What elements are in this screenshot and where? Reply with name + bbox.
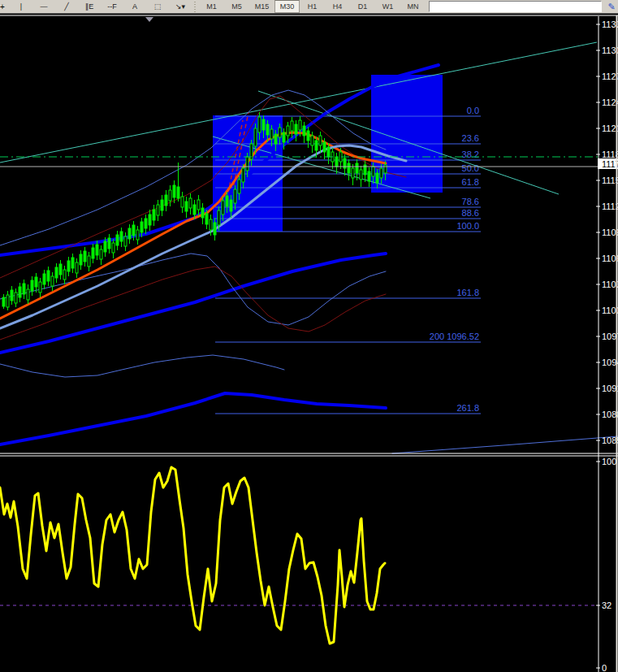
oscillator-scale-label: 0 [602, 663, 607, 672]
candle-body [112, 243, 115, 253]
ascending-trendline[interactable] [0, 42, 597, 163]
timeframe-M15-button[interactable]: M15 [249, 0, 274, 13]
candle-body [132, 225, 135, 236]
edit-pencil-icon[interactable]: ✎ [605, 1, 618, 12]
timeframe-M30-button[interactable]: M30 [274, 0, 300, 13]
candle-body [39, 282, 41, 293]
oscillator-scale-label: 32 [602, 600, 612, 610]
timeframe-group: M1M5M15M30H1H4D1W1MN [199, 0, 426, 13]
price-label: 1133 [602, 20, 618, 29]
candle-body [214, 223, 216, 235]
drawing-tools-group: |—╱∥E--FA⬚↘▾ [10, 0, 192, 13]
candle-body [262, 119, 265, 130]
candle-body [169, 190, 171, 201]
candle-body [210, 219, 212, 230]
price-label: 1088 [602, 410, 618, 419]
candle-body [348, 163, 350, 173]
fib-label: 161.8 [456, 288, 479, 297]
oscillator-panel[interactable] [0, 467, 599, 644]
candle-body [161, 200, 163, 210]
tool-rectangle-button[interactable]: ⬚ [146, 0, 169, 13]
candle-body [59, 264, 62, 275]
candle-body [230, 200, 232, 211]
candle-body [84, 251, 86, 262]
envelope-upper [0, 96, 406, 278]
tool-horizontal-line-button[interactable]: — [32, 0, 55, 13]
tool-trendline-button[interactable]: ╱ [55, 0, 78, 13]
candle-body [246, 157, 248, 171]
candle-body [234, 189, 236, 203]
price-label: 1118 [602, 150, 618, 159]
toolbar-blank-field[interactable] [429, 1, 602, 12]
candle-body [295, 124, 297, 134]
fib-label: 88.6 [462, 208, 479, 218]
candle-body [96, 245, 98, 255]
fib-label: 0.0 [467, 106, 479, 115]
timeframe-M1-button[interactable]: M1 [199, 0, 224, 13]
candle-body [352, 168, 354, 178]
candle-body [153, 210, 155, 220]
timeframe-M5-button[interactable]: M5 [224, 0, 249, 13]
tool-equidistant-channel-button[interactable]: ∥E [78, 0, 101, 13]
candle-body [327, 147, 330, 157]
candle-body [368, 171, 370, 181]
candle-body [55, 267, 58, 278]
candle-body [67, 261, 70, 271]
candle-body [2, 297, 5, 306]
timeframe-H4-button[interactable]: H4 [325, 0, 350, 13]
candle-body [270, 129, 273, 139]
oscillator-line [0, 467, 385, 644]
candle-body [157, 205, 159, 215]
candle-body [116, 235, 119, 245]
candle-body [27, 289, 29, 300]
timeframe-H1-button[interactable]: H1 [300, 0, 325, 13]
candle-body [201, 208, 204, 218]
price-label: 1100 [602, 306, 618, 315]
chart-canvas[interactable]: 0.023.638.250.061.878.688.6100.0161.8200… [0, 0, 618, 672]
candlesticks [2, 112, 387, 310]
bottom-right-diagonal [392, 436, 618, 453]
tool-arrows-button[interactable]: ↘▾ [169, 0, 192, 13]
candle-body [274, 134, 277, 144]
fib-label: 61.8 [462, 177, 479, 187]
candle-body [165, 195, 167, 206]
candle-body [6, 295, 9, 307]
candle-body [76, 262, 78, 273]
candle-body [380, 168, 382, 178]
candle-body [242, 168, 244, 182]
candle-body [258, 117, 261, 132]
timeframe-W1-button[interactable]: W1 [375, 0, 400, 13]
candle-body [149, 215, 151, 225]
candle-body [185, 202, 188, 211]
tool-text-button[interactable]: A [123, 0, 146, 13]
tool-fibonacci-retracement-button[interactable]: --F [101, 0, 123, 13]
candle-body [376, 173, 378, 183]
candle-body [35, 277, 37, 287]
candle-body [108, 238, 110, 249]
price-label: 1124 [602, 98, 618, 107]
candle-body [222, 201, 224, 215]
price-label: 1121 [602, 124, 618, 133]
candle-body [43, 274, 45, 284]
current-price-label: 1117 [602, 159, 618, 169]
candle-body [197, 200, 200, 210]
crosshair-icon[interactable]: + [0, 2, 10, 11]
candle-body [71, 258, 74, 268]
candle-body [128, 228, 131, 239]
price-label: 1085 [602, 436, 618, 445]
toolbar-separator [193, 1, 197, 12]
candle-body [11, 290, 13, 301]
candle-body [189, 198, 192, 208]
price-label: 1091 [602, 384, 618, 393]
timeframe-D1-button[interactable]: D1 [350, 0, 375, 13]
candle-body [104, 241, 106, 252]
candle-body [254, 128, 257, 146]
candle-body [360, 170, 362, 180]
scroll-marker-icon[interactable] [145, 17, 153, 22]
tool-vertical-line-button[interactable]: | [10, 0, 32, 13]
timeframe-MN-button[interactable]: MN [400, 0, 426, 13]
price-label: 1097 [602, 332, 618, 341]
candle-body [120, 232, 123, 241]
candle-body [299, 120, 301, 130]
price-label: 1109 [602, 228, 618, 237]
